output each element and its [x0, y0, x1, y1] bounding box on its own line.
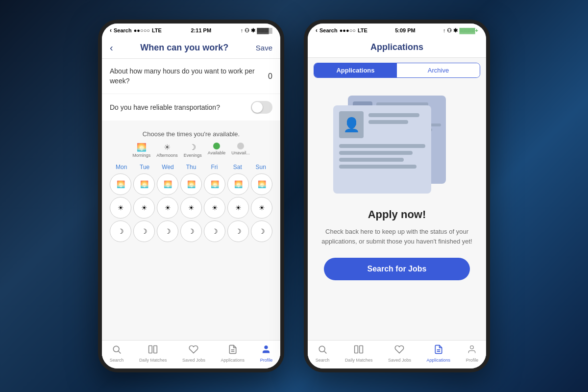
search-jobs-button[interactable]: Search for Jobs	[324, 258, 470, 280]
afternoon-sun[interactable]: ☀	[251, 197, 272, 219]
back-chevron: ‹	[110, 27, 112, 34]
afternoons-icon: ☀	[164, 143, 171, 152]
day-headers: Mon Tue Wed Thu Fri Sat Sun	[110, 164, 272, 171]
afternoon-thu[interactable]: ☀	[180, 197, 202, 219]
signal-dots-2: ●●●○○	[340, 27, 356, 33]
bluetooth-icon-2: ✱	[453, 27, 458, 34]
search-icon-1	[112, 344, 122, 357]
applications-icon-2	[434, 344, 443, 357]
tab-dailymatches-1[interactable]: Daily Matches	[139, 344, 167, 363]
profile-icon-1	[261, 344, 271, 357]
apply-description: Check back here to keep up with the stat…	[316, 227, 478, 246]
alarm-icon: ⚇	[245, 27, 249, 34]
save-button[interactable]: Save	[256, 44, 272, 52]
time-display: 2:11 PM	[191, 27, 211, 33]
legend-mornings: 🌅 Mornings	[132, 143, 150, 158]
evening-thu[interactable]: ☽	[180, 220, 202, 242]
morning-sat[interactable]: 🌅	[227, 173, 249, 195]
hours-value: 0	[268, 72, 272, 81]
afternoon-mon[interactable]: ☀	[110, 197, 131, 219]
svg-point-13	[470, 346, 474, 349]
morning-wed[interactable]: 🌅	[157, 173, 178, 195]
status-bar-1: ‹ Search ●●○○○ LTE 2:11 PM ↑ ⚇ ✱ ▓▓▓▒	[102, 24, 280, 37]
svg-rect-2	[149, 346, 152, 353]
svg-line-8	[324, 351, 327, 354]
network-label: LTE	[152, 27, 162, 33]
unavailable-dot	[237, 143, 244, 149]
svg-rect-3	[154, 346, 157, 353]
scroll-content-1: About how many hours do you want to work…	[102, 59, 280, 340]
search-icon-2	[318, 344, 327, 357]
svg-point-0	[113, 346, 119, 352]
screen2-content: Applications Applications Archive 👤	[308, 37, 486, 368]
signal-dots: ●●○○○	[134, 27, 150, 33]
legend-unavailable: Unavail...	[231, 143, 250, 158]
evenings-icon: ☽	[189, 143, 196, 152]
evening-mon[interactable]: ☽	[110, 220, 131, 242]
segment-control: Applications Archive	[314, 63, 480, 78]
afternoon-sat[interactable]: ☀	[227, 197, 249, 219]
tab-applications-label-2: Applications	[427, 358, 451, 363]
avatar-large: 👤	[339, 111, 364, 138]
segment-applications[interactable]: Applications	[314, 63, 397, 77]
morning-mon[interactable]: 🌅	[110, 173, 131, 195]
afternoon-fri[interactable]: ☀	[204, 197, 225, 219]
morning-fri[interactable]: 🌅	[204, 173, 225, 195]
evening-fri[interactable]: ☽	[204, 220, 225, 242]
mornings-icon: 🌅	[137, 143, 147, 152]
tab-dailymatches-2[interactable]: Daily Matches	[345, 344, 373, 363]
status-left: ‹ Search ●●○○○ LTE	[110, 27, 162, 34]
location-icon: ↑	[241, 27, 244, 33]
tab-search-2[interactable]: Search	[316, 344, 330, 363]
legend: 🌅 Mornings ☀ Afternoons ☽ Evenings Avail…	[110, 143, 272, 158]
segment-applications-label: Applications	[336, 67, 374, 74]
illustration: 👤	[328, 91, 466, 198]
morning-tue[interactable]: 🌅	[133, 173, 155, 195]
transport-toggle[interactable]	[251, 101, 272, 114]
person-icon: 👤	[343, 117, 360, 133]
evening-sun[interactable]: ☽	[251, 220, 272, 242]
availability-card: Choose the times you're available. 🌅 Mor…	[102, 124, 280, 250]
applications-icon-1	[228, 344, 238, 357]
tab-search-1[interactable]: Search	[110, 344, 124, 363]
dailymatches-icon-1	[148, 344, 158, 357]
evening-sat[interactable]: ☽	[227, 220, 249, 242]
evenings-label: Evenings	[184, 153, 202, 158]
morning-thu[interactable]: 🌅	[180, 173, 202, 195]
evening-wed[interactable]: ☽	[157, 220, 178, 242]
afternoon-wed[interactable]: ☀	[157, 197, 178, 219]
tab-profile-label-1: Profile	[260, 358, 273, 363]
day-mon: Mon	[110, 164, 133, 171]
network-label-2: LTE	[358, 27, 368, 33]
tab-applications-2[interactable]: Applications	[427, 344, 451, 363]
segment-archive[interactable]: Archive	[397, 63, 480, 77]
afternoons-label: Afternoons	[156, 153, 178, 158]
afternoon-grid: ☀ ☀ ☀ ☀ ☀ ☀ ☀	[110, 197, 272, 219]
day-thu: Thu	[179, 164, 202, 171]
carrier-label-2: Search	[319, 27, 338, 33]
transport-question: Do you have reliable transportation?	[110, 103, 220, 111]
tab-profile-1[interactable]: Profile	[260, 344, 273, 363]
segment-archive-label: Archive	[428, 67, 449, 74]
bluetooth-icon: ✱	[251, 27, 255, 34]
phone-screen-1: ‹ Search ●●○○○ LTE 2:11 PM ↑ ⚇ ✱ ▓▓▓▒ ‹ …	[98, 20, 284, 372]
tab-bar-1: Search Daily Matches Saved Jobs Applicat…	[102, 340, 280, 368]
day-tue: Tue	[133, 164, 156, 171]
nav-header-1: ‹ When can you work? Save	[102, 37, 280, 59]
day-sun: Sun	[249, 164, 272, 171]
tab-savedjobs-label-2: Saved Jobs	[388, 358, 411, 363]
tab-savedjobs-1[interactable]: Saved Jobs	[182, 344, 205, 363]
page-title-1: When can you work?	[113, 43, 256, 53]
back-button[interactable]: ‹	[110, 42, 113, 53]
tab-applications-1[interactable]: Applications	[221, 344, 245, 363]
day-sat: Sat	[226, 164, 249, 171]
morning-sun[interactable]: 🌅	[251, 173, 272, 195]
tab-profile-2[interactable]: Profile	[466, 344, 479, 363]
status-left-2: ‹ Search ●●●○○ LTE	[316, 27, 368, 34]
evening-grid: ☽ ☽ ☽ ☽ ☽ ☽ ☽	[110, 220, 272, 242]
afternoon-tue[interactable]: ☀	[133, 197, 155, 219]
tab-savedjobs-2[interactable]: Saved Jobs	[388, 344, 411, 363]
tab-search-label-2: Search	[316, 358, 330, 363]
evening-tue[interactable]: ☽	[133, 220, 155, 242]
day-fri: Fri	[203, 164, 226, 171]
